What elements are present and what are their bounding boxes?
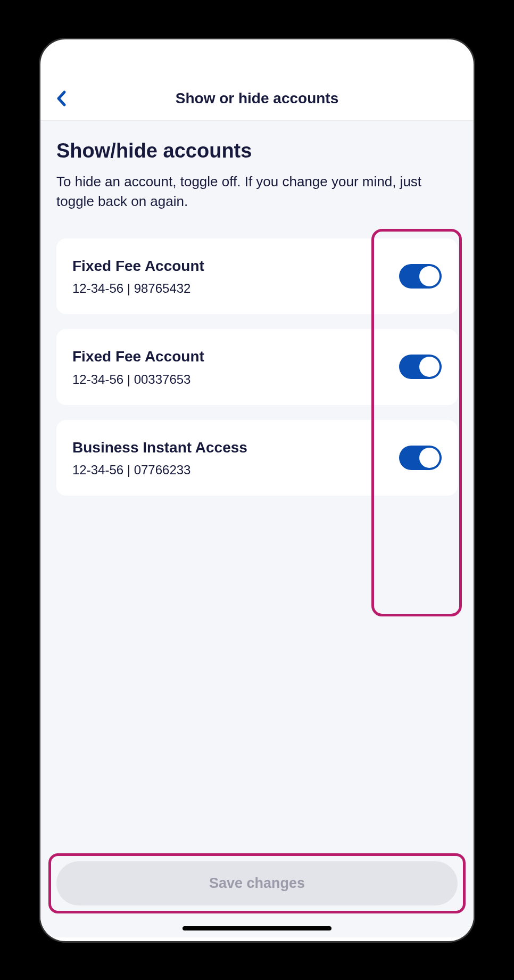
toggle-knob (419, 357, 440, 377)
account-toggle[interactable] (399, 264, 442, 289)
chevron-left-icon (56, 90, 66, 106)
account-card: Business Instant Access 12-34-56 | 07766… (56, 420, 458, 496)
account-card: Fixed Fee Account 12-34-56 | 00337653 (56, 329, 458, 405)
account-toggle[interactable] (399, 355, 442, 379)
home-indicator (183, 926, 331, 930)
account-name: Business Instant Access (72, 438, 259, 457)
account-info: Fixed Fee Account 12-34-56 | 00337653 (72, 347, 399, 386)
toggle-knob (419, 448, 440, 468)
save-button[interactable]: Save changes (56, 861, 458, 905)
account-name: Fixed Fee Account (72, 347, 259, 366)
account-info: Fixed Fee Account 12-34-56 | 98765432 (72, 257, 399, 296)
account-details: 12-34-56 | 00337653 (72, 372, 399, 387)
account-details: 12-34-56 | 98765432 (72, 281, 399, 296)
back-button[interactable] (56, 90, 83, 106)
account-name: Fixed Fee Account (72, 257, 259, 276)
account-card: Fixed Fee Account 12-34-56 | 98765432 (56, 238, 458, 314)
accounts-list: Fixed Fee Account 12-34-56 | 98765432 Fi… (56, 238, 458, 510)
content-area: Show/hide accounts To hide an account, t… (40, 121, 474, 937)
section-description: To hide an account, toggle off. If you c… (56, 172, 458, 212)
phone-frame: Show or hide accounts Show/hide accounts… (39, 38, 475, 943)
spacer (56, 510, 458, 861)
account-toggle[interactable] (399, 446, 442, 470)
page-title: Show or hide accounts (83, 90, 431, 107)
section-title: Show/hide accounts (56, 139, 458, 162)
save-container: Save changes (56, 861, 458, 921)
toggle-knob (419, 266, 440, 286)
account-info: Business Instant Access 12-34-56 | 07766… (72, 438, 399, 477)
header-bar: Show or hide accounts (40, 71, 474, 121)
account-details: 12-34-56 | 07766233 (72, 463, 399, 477)
